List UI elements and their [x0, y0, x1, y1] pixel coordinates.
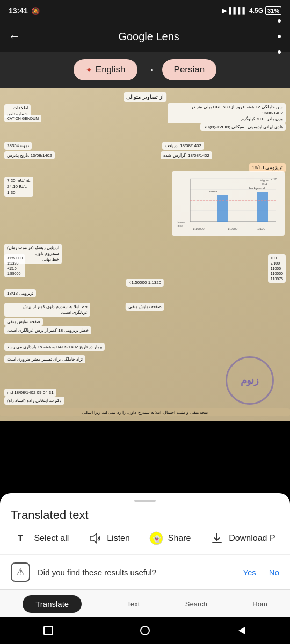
svg-text:serum: serum — [209, 189, 218, 193]
system-nav-bar — [0, 617, 290, 644]
target-language-label: Persian — [174, 64, 205, 75]
document-content: از تصاویر متوالی اطلاعاتشماره تلفن CATIO… — [0, 88, 290, 421]
svg-text:× 10: × 10 — [271, 178, 278, 181]
app-header: ← Google Lens • • • — [0, 21, 290, 52]
share-label: Share — [168, 533, 191, 543]
doc-overlay-neg2: صفحه نمایش منفی — [4, 318, 43, 326]
document-image-area: از تصاویر متوالی اطلاعاتشماره تلفن CATIO… — [0, 88, 290, 421]
feedback-no-button[interactable]: No — [269, 568, 279, 577]
svg-text:Higher: Higher — [260, 179, 270, 182]
download-icon — [209, 531, 224, 546]
share-button[interactable]: 👻 Share — [149, 531, 191, 546]
back-button[interactable]: ← — [9, 30, 20, 43]
doc-overlay-right-vals: 1007/10011000110000110975 — [268, 254, 286, 283]
doc-overlay-risk-vals: <1:500001:1320+15.01:99000 — [4, 254, 25, 277]
doc-overlay-race: نژاد حاملگی برای تقسیر معتبر ضروری است — [4, 355, 85, 363]
svg-text:Lower: Lower — [177, 221, 185, 224]
nav-home[interactable]: Hom — [252, 600, 267, 608]
sparkle-icon: ✦ — [85, 65, 92, 75]
feedback-question: Did you find these results useful? — [38, 568, 235, 577]
snapchat-icon: 👻 — [149, 531, 164, 546]
mute-icon: 🔕 — [31, 7, 40, 15]
nav-home-label: Hom — [252, 600, 267, 608]
select-all-label: Select all — [34, 533, 69, 543]
feedback-row: ⚠ Did you find these results useful? Yes… — [0, 555, 290, 589]
doc-overlay-age: سن حاملگی 12 هفته 0 روز از CRL 530 میلی … — [168, 103, 286, 123]
select-all-button[interactable]: T Select all — [15, 531, 69, 546]
target-language-button[interactable]: Persian — [162, 59, 217, 80]
doc-overlay-doctor-name: دکترب. ایلخانی زاده (استاد راه) — [4, 397, 64, 405]
bottom-panel: Translated text T Select all Listen — [0, 493, 290, 617]
doc-overlay-down: خط ابتلا به سندرم داون کمتر از پرش غربال… — [4, 303, 90, 317]
speaker-icon — [88, 531, 103, 546]
doc-overlay-trisomy2: تریزومی 18/13 — [4, 289, 36, 297]
language-arrow-icon: → — [144, 63, 156, 77]
svg-rect-25 — [44, 626, 53, 635]
nav-text-label: Text — [127, 600, 140, 608]
nav-text[interactable]: Text — [127, 600, 140, 608]
status-bar: 13:41 🔕 ▶ ▌▌▌▌ 4.5G 31% — [0, 0, 290, 21]
chart-area: Lower Risk Higher Risk 1:10000 1:1000 1:… — [172, 171, 285, 236]
svg-marker-27 — [238, 627, 245, 634]
doc-overlay-cation: CATION GENDUM — [4, 115, 41, 122]
doc-overlay-values: 7.20 mU/mL24.10 IU/L1.30 — [4, 177, 33, 197]
status-icons: ▶ ▌▌▌▌ 4.5G 31% — [222, 6, 281, 15]
doc-overlay-ratio: <1:50000 1:1320 — [126, 279, 164, 287]
feedback-icon: ⚠ — [11, 562, 30, 582]
svg-marker-21 — [90, 533, 97, 543]
listen-button[interactable]: Listen — [88, 531, 130, 546]
svg-text:👻: 👻 — [153, 535, 162, 544]
svg-text:1:100: 1:100 — [257, 227, 266, 230]
download-button[interactable]: Download P — [209, 531, 275, 546]
page-title: Google Lens — [20, 31, 277, 43]
nav-search[interactable]: Search — [185, 600, 207, 608]
doc-top-label: از تصاویر متوالی — [124, 92, 166, 102]
svg-rect-7 — [217, 195, 228, 222]
svg-text:1:10000: 1:10000 — [193, 227, 205, 230]
source-language-label: English — [96, 64, 126, 75]
download-label: Download P — [229, 533, 275, 543]
source-language-button[interactable]: ✦ English — [74, 59, 137, 80]
location-icon: ▶ — [222, 7, 227, 14]
language-bar: ✦ English → Persian — [0, 52, 290, 88]
doc-overlay-bottom: نتیجه منفی و مثبت احتمال. ابتلا به سندرح… — [0, 408, 290, 416]
doc-overlay-hadi: هادی ایرانی ایدومینی، سیکانی (RH(N)-1VFI… — [200, 123, 286, 131]
doc-overlay-report: 18/08/1402 :گزارش شده — [161, 151, 212, 159]
doc-overlay-date1: 13/08/1402 :تاریخ پذیرش — [4, 151, 55, 159]
menu-button[interactable]: • • • — [277, 14, 281, 59]
doc-overlay-patient: بیمار در تاریخ 04/09/1402 به هفته 15 بار… — [4, 343, 105, 351]
svg-text:background: background — [249, 187, 265, 190]
svg-text:T: T — [18, 534, 23, 543]
svg-text:Risk: Risk — [262, 182, 269, 186]
svg-point-26 — [141, 626, 149, 635]
feedback-yes-button[interactable]: Yes — [243, 568, 256, 577]
select-all-icon: T — [15, 531, 30, 546]
doc-overlay-doctor: md 18/08/1402 09:04:31 — [4, 389, 56, 397]
nav-square-button[interactable] — [41, 623, 56, 638]
svg-text:1:1000: 1:1000 — [228, 227, 238, 230]
panel-title: Translated text — [0, 508, 290, 531]
nav-translate-label: Translate — [35, 599, 69, 609]
doc-overlay-tri18: خطر تریزومی 18 کمتر از پرش غربالگری است. — [4, 326, 91, 334]
network-type: 4.5G — [249, 7, 263, 14]
doc-overlay-neg1: صفحه نمایش منفی — [126, 303, 164, 311]
time-display: 13:41 — [9, 6, 28, 15]
nav-search-label: Search — [185, 600, 207, 608]
nav-translate[interactable]: Translate — [23, 595, 82, 613]
listen-label: Listen — [107, 533, 130, 543]
svg-text:Risk: Risk — [177, 224, 184, 228]
status-time-area: 13:41 🔕 — [9, 6, 40, 15]
panel-handle — [134, 500, 156, 502]
svg-rect-8 — [257, 192, 268, 222]
nav-back-button[interactable] — [234, 623, 249, 638]
doc-overlay-sample: نمونه 28354 — [4, 142, 32, 150]
doc-overlay-receive: 18/08/1402 :دریافت — [162, 142, 205, 150]
signal-bars: ▌▌▌▌ — [229, 7, 247, 14]
nav-home-button[interactable] — [137, 623, 153, 638]
stamp-circle: زنوم — [226, 356, 274, 405]
bottom-navigation: Translate Text Search Hom — [0, 589, 290, 617]
panel-actions: T Select all Listen 👻 Sha — [0, 531, 290, 555]
